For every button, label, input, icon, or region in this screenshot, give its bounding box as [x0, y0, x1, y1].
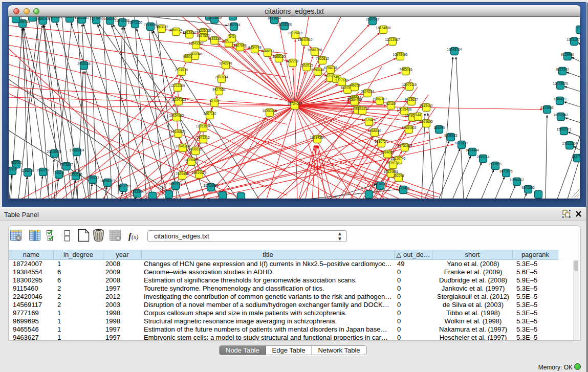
svg-text:10046786: 10046786	[176, 144, 190, 148]
svg-text:15692971: 15692971	[557, 127, 572, 131]
svg-text:15720407: 15720407	[362, 118, 377, 122]
svg-text:14519: 14519	[54, 171, 63, 174]
svg-text:9657791: 9657791	[169, 182, 182, 186]
svg-text:2867608: 2867608	[233, 43, 247, 47]
svg-text:1250515: 1250515	[69, 172, 82, 176]
svg-text:2935114: 2935114	[477, 155, 490, 159]
svg-text:16154808: 16154808	[376, 26, 391, 30]
svg-text:8215955: 8215955	[540, 106, 554, 110]
svg-text:10653287: 10653287	[75, 17, 90, 19]
svg-text:8813054: 8813054	[268, 17, 281, 20]
svg-text:8454749: 8454749	[248, 46, 262, 49]
svg-text:546: 546	[229, 35, 235, 38]
svg-text:9242848: 9242848	[219, 61, 232, 65]
svg-text:3267110: 3267110	[204, 112, 216, 115]
svg-text:41700: 41700	[210, 99, 219, 103]
svg-text:7485063: 7485063	[399, 68, 412, 71]
svg-text:1795722: 1795722	[86, 176, 99, 180]
svg-text:15751074: 15751074	[567, 38, 580, 41]
svg-text:3624554: 3624554	[361, 90, 374, 93]
svg-text:1615132: 1615132	[386, 161, 400, 165]
svg-text:20364436: 20364436	[347, 98, 362, 101]
svg-text:6379197: 6379197	[455, 141, 468, 145]
svg-text:1562615: 1562615	[300, 63, 313, 67]
svg-text:16107553: 16107553	[171, 98, 186, 101]
svg-text:13226058: 13226058	[197, 29, 211, 32]
svg-text:12213369: 12213369	[170, 84, 185, 87]
svg-text:6794078: 6794078	[324, 66, 337, 70]
svg-text:10654112: 10654112	[510, 178, 525, 182]
svg-text:1156829: 1156829	[21, 169, 34, 172]
svg-text:10756928: 10756928	[398, 144, 412, 147]
svg-text:12093873: 12093873	[553, 82, 568, 85]
svg-text:11325419: 11325419	[288, 31, 303, 35]
svg-text:2687682: 2687682	[366, 17, 379, 21]
svg-text:11353594: 11353594	[196, 124, 211, 128]
svg-text:15716485: 15716485	[204, 184, 219, 187]
svg-text:4498222: 4498222	[189, 147, 202, 151]
svg-text:2905334: 2905334	[77, 62, 91, 65]
svg-text:5573312: 5573312	[197, 136, 210, 139]
svg-text:8427552: 8427552	[212, 87, 226, 91]
svg-text:10958107: 10958107	[100, 179, 115, 183]
svg-text:17369592: 17369592	[48, 17, 63, 18]
svg-text:16210643: 16210643	[554, 113, 569, 117]
svg-text:9463627: 9463627	[405, 98, 418, 101]
svg-text:9146821: 9146821	[261, 49, 274, 53]
svg-text:1733426: 1733426	[397, 186, 410, 190]
svg-text:7357224: 7357224	[227, 23, 241, 27]
svg-text:7955812: 7955812	[316, 57, 329, 60]
svg-text:1068860: 1068860	[368, 129, 381, 133]
svg-text:14099489: 14099489	[184, 158, 199, 162]
svg-text:746266: 746266	[349, 83, 360, 87]
svg-text:2942757: 2942757	[36, 168, 50, 172]
svg-text:16914479: 16914479	[192, 171, 207, 174]
svg-text:17359924: 17359924	[70, 148, 84, 152]
svg-text:19654985: 19654985	[169, 114, 184, 117]
svg-text:252254: 252254	[393, 174, 404, 178]
svg-text:10973493: 10973493	[393, 53, 408, 56]
svg-text:164095: 164095	[433, 126, 445, 129]
svg-text:9245652: 9245652	[521, 186, 535, 189]
svg-text:1292344: 1292344	[130, 190, 144, 193]
svg-text:19166825: 19166825	[171, 130, 186, 134]
svg-text:8186328: 8186328	[208, 37, 221, 40]
svg-text:12213967: 12213967	[385, 38, 400, 41]
svg-text:16782759: 16782759	[116, 184, 131, 188]
svg-text:16961758: 16961758	[308, 48, 322, 52]
svg-text:8912954: 8912954	[183, 31, 196, 34]
svg-text:19384554: 19384554	[310, 136, 325, 139]
svg-text:9474444: 9474444	[466, 148, 479, 152]
svg-text:18724007: 18724007	[288, 102, 302, 105]
svg-text:19524851: 19524851	[384, 170, 399, 173]
svg-text:16543382: 16543382	[189, 41, 204, 45]
svg-text:1588520: 1588520	[272, 55, 286, 58]
svg-text:2903144: 2903144	[215, 75, 228, 79]
svg-text:18300295: 18300295	[263, 109, 277, 113]
svg-text:18640910: 18640910	[298, 38, 313, 41]
svg-text:8990448: 8990448	[311, 68, 324, 72]
svg-text:(x): (x)	[132, 233, 138, 240]
svg-text:2718170: 2718170	[175, 68, 188, 72]
svg-text:9129966: 9129966	[561, 53, 574, 56]
svg-text:16671355: 16671355	[128, 20, 143, 24]
svg-text:10807487: 10807487	[373, 97, 387, 101]
svg-text:116753: 116753	[572, 155, 580, 158]
svg-text:1527602: 1527602	[90, 17, 103, 20]
svg-text:10025438: 10025438	[397, 107, 412, 111]
svg-text:16648764: 16648764	[447, 48, 462, 51]
svg-text:62160: 62160	[386, 102, 396, 105]
svg-text:39119: 39119	[9, 167, 17, 171]
svg-text:9699695: 9699695	[420, 120, 433, 123]
svg-text:9084067: 9084067	[381, 150, 394, 154]
svg-text:19654923: 19654923	[402, 126, 417, 129]
svg-text:9777169: 9777169	[335, 78, 349, 82]
svg-text:8938923: 8938923	[444, 134, 458, 137]
svg-text:844: 844	[416, 113, 421, 117]
svg-text:98901: 98901	[183, 55, 192, 58]
svg-text:935001: 935001	[11, 161, 22, 164]
svg-text:8471676: 8471676	[499, 169, 513, 173]
svg-text:16120746: 16120746	[391, 157, 406, 160]
svg-text:7663822: 7663822	[155, 25, 168, 29]
svg-text:14136141: 14136141	[373, 182, 388, 186]
